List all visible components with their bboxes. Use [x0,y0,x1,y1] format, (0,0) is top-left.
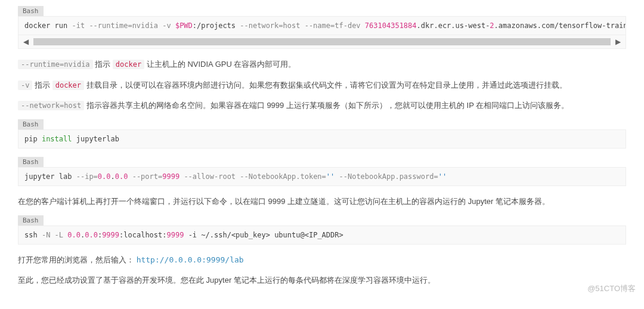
code-token: --runtime=nvidia [89,21,162,30]
code-block-pip-install: Bash pip install jupyterlab [18,119,626,149]
jupyter-url-link[interactable]: http://0.0.0.0:9999/lab [137,255,244,264]
paragraph-tunnel: 在您的客户端计算机上再打开一个终端窗口，并运行以下命令，以在端口 9999 上建… [18,194,626,209]
code-lang-tag: Bash [18,6,44,16]
code-content[interactable]: pip install jupyterlab [18,129,626,149]
code-token: 0.0 [67,231,80,239]
flag-volume: -v [18,81,32,90]
code-token: .dkr.ecr.us-west- [417,21,490,30]
code-token: ssh [24,231,42,239]
code-token: --NotebookApp.password= [339,172,438,181]
text: 打开您常用的浏览器，然后输入： [18,255,134,264]
code-lang-tag: Bash [18,215,44,225]
code-token: 9999 [162,172,179,181]
code-token: --port= [132,172,163,181]
code-token: :/projects [193,21,240,30]
code-token: :localhost: [119,231,166,239]
flag-runtime: --runtime=nvidia [18,60,93,69]
code-token: 2 [490,21,494,30]
code-token: -N [42,231,55,239]
text: 指示 [93,60,113,69]
code-lang-tag: Bash [18,157,44,167]
code-token: --allow-root [184,172,240,181]
code-token: $PWD [175,21,193,30]
code-block-ssh: Bash ssh -N -L 0.0.0.0:9999:localhost:99… [18,215,626,245]
code-token: .amazonaws.com/tensorflow-training: [494,21,626,30]
code-token: 9999 [102,231,119,239]
code-token: install [42,135,72,143]
paragraph-volume: -v 指示 docker 挂载目录，以便可以在容器环境内部进行访问。如果您有数据… [18,78,626,93]
code-token: --ip= [76,172,98,181]
code-token: '' [438,172,447,181]
paragraph-network: --network=host 指示容器共享主机的网络命名空间。如果容器在端口 9… [18,98,626,113]
code-token: pip [24,135,42,143]
code-token: --NotebookApp.token= [240,172,326,181]
inline-code-docker: docker [52,81,84,90]
code-token: 0.0 [98,172,111,181]
text: 让主机上的 NVIDIA GPU 在容器内部可用。 [144,60,296,69]
code-token: -v [162,21,175,30]
code-block-docker-run: Bash docker run -it --runtime=nvidia -v … [18,6,626,49]
paragraph-runtime: --runtime=nvidia 指示 docker 让主机上的 NVIDIA … [18,57,626,72]
scroll-left-icon[interactable]: ◀ [22,38,30,46]
code-content[interactable]: docker run -it --runtime=nvidia -v $PWD:… [18,16,626,35]
scroll-track[interactable] [33,38,611,45]
code-token: --name=tf-dev [305,21,365,30]
code-token: . [111,172,115,181]
code-lang-tag: Bash [18,119,44,129]
code-token: 0.0 [115,172,128,181]
code-token: -it [72,21,89,30]
inline-code-docker: docker [113,60,144,69]
text: 指示容器共享主机的网络命名空间。如果容器在端口 9999 上运行某项服务（如下所… [84,101,569,110]
code-token [128,172,132,181]
code-token: '' [326,172,335,181]
text: 挂载目录，以便可以在容器环境内部进行访问。如果您有数据集或代码文件，请将它们设置… [84,81,567,89]
code-token: 9999 [167,231,184,239]
code-token: jupyterlab [72,135,119,143]
code-token [335,172,339,181]
code-token: jupyter lab [24,172,76,181]
code-token: 763104351884 [365,21,417,30]
text: 指示 [32,81,52,89]
code-token: -L [55,231,68,239]
flag-network: --network=host [18,101,84,110]
paragraph-browser: 打开您常用的浏览器，然后输入： http://0.0.0.0:9999/lab [18,253,626,268]
paragraph-success: 至此，您已经成功设置了基于容器的开发环境。您在此 Jupyter 笔记本上运行的… [18,273,626,288]
code-content[interactable]: jupyter lab --ip=0.0.0.0 --port=9999 --a… [18,167,626,186]
code-token: --network=host [240,21,304,30]
horizontal-scrollbar[interactable]: ◀ ▶ [18,35,626,49]
code-token: -i ~/.ssh/<pub_key> ubuntu@<IP_ADDR> [184,231,343,239]
code-token: 0.0 [85,231,98,239]
code-token: docker run [24,21,72,30]
code-content[interactable]: ssh -N -L 0.0.0.0:9999:localhost:9999 -i… [18,225,626,245]
scroll-right-icon[interactable]: ▶ [614,38,622,46]
code-block-jupyter-lab: Bash jupyter lab --ip=0.0.0.0 --port=999… [18,157,626,186]
